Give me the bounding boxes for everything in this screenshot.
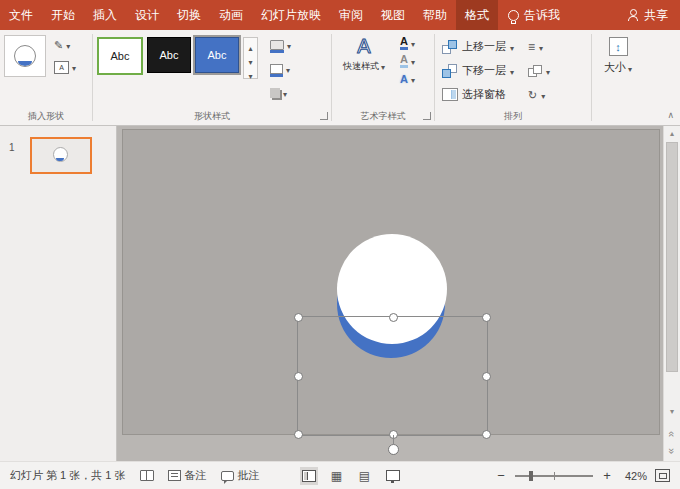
bring-forward-button[interactable]: 上移一层: [439, 35, 517, 58]
scrollbar-thumb[interactable]: [666, 142, 678, 372]
quick-styles-label-text: 快速样式: [343, 60, 379, 73]
edit-shape-icon: [54, 38, 63, 52]
text-fill-button[interactable]: A: [398, 35, 417, 51]
text-effects-button[interactable]: A: [398, 71, 417, 87]
group-objects-button[interactable]: [525, 59, 553, 82]
tab-design[interactable]: 设计: [126, 0, 168, 30]
zoom-controls: − + 42%: [495, 468, 670, 483]
wordart-dialog-launcher-icon[interactable]: [423, 112, 431, 120]
arrange-group-label: 排列: [435, 108, 591, 125]
fit-to-window-icon[interactable]: [655, 469, 670, 482]
align-button[interactable]: [525, 35, 553, 58]
notes-button[interactable]: 备注: [168, 468, 207, 483]
shape-effects-button[interactable]: [268, 84, 293, 104]
wordart-group-label: 艺术字样式: [332, 108, 434, 125]
rotation-handle[interactable]: [388, 444, 399, 455]
shape-fill-button[interactable]: [268, 36, 293, 56]
rotation-handle-line: [393, 435, 394, 444]
reading-view-button[interactable]: [356, 467, 374, 485]
shape-format-buttons: [268, 36, 293, 104]
zoom-slider[interactable]: [515, 475, 593, 477]
arrange-left-column: 上移一层 下移一层 选择窗格: [439, 35, 517, 106]
tab-home[interactable]: 开始: [42, 0, 84, 30]
spellcheck-button[interactable]: [140, 470, 154, 481]
resize-handle-top-right[interactable]: [482, 313, 491, 322]
shape-style-swatch-3-selected[interactable]: Abc: [195, 37, 239, 73]
collapse-ribbon-button[interactable]: [667, 110, 674, 120]
gallery-scroll-up-icon[interactable]: [248, 40, 252, 54]
previous-slide-icon[interactable]: [667, 426, 677, 442]
send-backward-icon: [442, 64, 458, 78]
scroll-up-icon[interactable]: [664, 129, 680, 139]
shape-styles-dialog-launcher-icon[interactable]: [320, 112, 328, 120]
shape-outline-icon: [270, 64, 283, 74]
comments-button[interactable]: 批注: [221, 468, 260, 483]
shape-styles-label-text: 形状样式: [194, 110, 230, 123]
tab-review[interactable]: 审阅: [330, 0, 372, 30]
group-wordart-styles: A 快速样式 A A A: [332, 30, 434, 125]
zoom-slider-thumb[interactable]: [529, 471, 533, 481]
slide-thumbnail[interactable]: [30, 137, 92, 174]
next-slide-icon[interactable]: [667, 443, 677, 459]
workspace: 1: [0, 126, 680, 461]
shapes-gallery[interactable]: [4, 35, 46, 77]
tab-file[interactable]: 文件: [0, 0, 42, 30]
send-backward-button[interactable]: 下移一层: [439, 59, 517, 82]
zoom-percent[interactable]: 42%: [621, 470, 647, 482]
slideshow-view-button[interactable]: [384, 467, 402, 485]
resize-handle-top-middle[interactable]: [389, 313, 398, 322]
share-button[interactable]: 共享: [615, 0, 680, 30]
group-size: 大小: [592, 30, 656, 125]
selection-pane-button[interactable]: 选择窗格: [439, 83, 517, 106]
gallery-scroll-down-icon[interactable]: [248, 54, 252, 68]
quick-styles-label: 快速样式: [343, 60, 385, 73]
shape-style-swatch-1[interactable]: Abc: [97, 37, 143, 75]
wordart-label-text: 艺术字样式: [361, 110, 406, 123]
chevron-down-icon: [411, 72, 415, 86]
chevron-down-icon: [72, 60, 76, 74]
rotate-button[interactable]: [525, 83, 553, 106]
align-icon: [528, 41, 535, 53]
text-box-button[interactable]: A: [52, 59, 78, 75]
share-label: 共享: [644, 7, 668, 24]
size-icon: [609, 37, 628, 56]
resize-handle-bottom-right[interactable]: [482, 430, 491, 439]
resize-handle-bottom-left[interactable]: [294, 430, 303, 439]
resize-handle-top-left[interactable]: [294, 313, 303, 322]
edit-shape-button[interactable]: [52, 37, 78, 53]
text-outline-button[interactable]: A: [398, 53, 417, 69]
zoom-out-button[interactable]: −: [495, 468, 507, 483]
tab-help[interactable]: 帮助: [414, 0, 456, 30]
quick-styles-button[interactable]: A 快速样式: [336, 35, 392, 73]
slide-sorter-view-button[interactable]: [328, 467, 346, 485]
gallery-more-icon[interactable]: [248, 68, 252, 82]
powerpoint-window: 文件 开始 插入 设计 切换 动画 幻灯片放映 审阅 视图 帮助 格式 告诉我 …: [0, 0, 680, 489]
tell-me-button[interactable]: 告诉我: [498, 0, 570, 30]
scroll-down-icon[interactable]: [664, 407, 680, 417]
resize-handle-middle-right[interactable]: [482, 372, 491, 381]
zoom-in-button[interactable]: +: [601, 468, 613, 483]
shape-style-swatch-2[interactable]: Abc: [147, 37, 191, 73]
tab-transitions[interactable]: 切换: [168, 0, 210, 30]
vertical-scrollbar[interactable]: [663, 126, 680, 461]
shape-styles-group-label: 形状样式: [93, 108, 331, 125]
normal-view-button[interactable]: [300, 467, 318, 485]
tab-slideshow[interactable]: 幻灯片放映: [252, 0, 330, 30]
size-label: 大小: [604, 60, 632, 75]
slide[interactable]: [122, 129, 660, 435]
shape-outline-button[interactable]: [268, 60, 293, 80]
text-effects-icon: A: [400, 74, 408, 85]
slide-canvas[interactable]: [117, 126, 663, 461]
tab-animations[interactable]: 动画: [210, 0, 252, 30]
chevron-down-icon: [539, 41, 543, 53]
size-button[interactable]: 大小: [596, 35, 640, 77]
tab-format[interactable]: 格式: [456, 0, 498, 30]
tab-view[interactable]: 视图: [372, 0, 414, 30]
slide-number: 1: [9, 142, 15, 153]
shape-fill-icon: [270, 40, 284, 50]
chevron-down-icon: [628, 62, 632, 74]
bring-forward-icon: [442, 40, 458, 54]
arrange-body: 上移一层 下移一层 选择窗格: [435, 30, 591, 108]
tab-insert[interactable]: 插入: [84, 0, 126, 30]
resize-handle-middle-left[interactable]: [294, 372, 303, 381]
